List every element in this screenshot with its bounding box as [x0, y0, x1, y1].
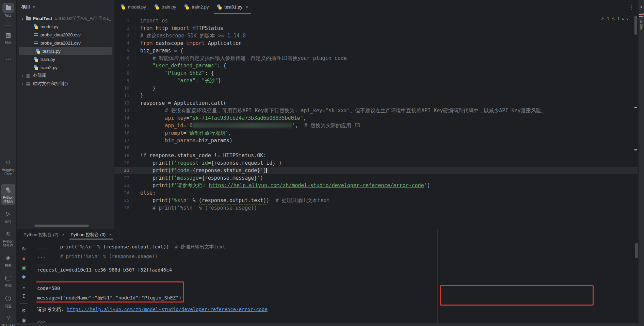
chevron-down-icon[interactable]: ∨	[33, 5, 35, 9]
editor-gutter[interactable]: 1234567891011121314151617181920212223242…	[114, 17, 134, 212]
python-console-label: Python 控制台	[3, 196, 13, 204]
sidebar-item-problems[interactable]: 问题	[0, 293, 16, 308]
python-glyph	[33, 24, 38, 29]
line-number: 16	[114, 129, 134, 137]
console-tab-Python 控制台 (2)[interactable]: Python 控制台 (2)×	[22, 229, 66, 240]
line-number: 24	[114, 189, 134, 197]
code-text: (response.output.text)	[199, 197, 267, 203]
sidebar-item-more-tools[interactable]: ⋯	[0, 54, 16, 64]
python-console-window: Python 控制台 (2)×Python 控制台 (3)× ↻■▣✱»↧⚙◉ …	[17, 229, 638, 323]
sidebar-item-services[interactable]: ◈服务	[0, 252, 16, 267]
open-console-icon[interactable]: ▣	[19, 265, 28, 271]
code-text: : {	[217, 63, 226, 69]
tree-item-FinalTest[interactable]: ∨FinalTestE:\Hdisk\学习\06_AI学习\01_	[17, 14, 114, 22]
sidebar-item-run[interactable]: ▷运行	[0, 209, 16, 224]
version-control-label: 版本控制	[1, 324, 15, 326]
code-text: # print('%s\n' % (response.usage))	[152, 205, 257, 211]
close-icon[interactable]: ×	[62, 232, 65, 237]
code-text: api_key	[165, 115, 186, 121]
tree-item-train.py[interactable]: train.py	[17, 55, 114, 63]
python-packages-label: Python 软件包	[3, 240, 13, 248]
horizontal-scrollbar[interactable]	[34, 225, 89, 227]
tree-item-model.py[interactable]: model.py	[17, 22, 114, 31]
python-glyph	[33, 65, 38, 70]
rerun-icon[interactable]: ↻	[19, 246, 28, 252]
tree-item-probe_data2021.csv[interactable]: probe_data2021.csv	[17, 39, 114, 47]
csv-glyph	[34, 41, 38, 45]
scratch-glyph: ▤	[26, 81, 30, 86]
link[interactable]: https://help.aliyun.com/zh/model-studio/…	[67, 307, 268, 312]
editor-scrollbar[interactable]	[634, 15, 638, 227]
scroll-to-end-icon[interactable]: ↧	[19, 293, 28, 300]
code-text	[140, 55, 152, 61]
project-panel-header[interactable]: 项目 ∨	[17, 0, 114, 14]
sidebar-item-structure[interactable]: ▦结构	[0, 30, 16, 45]
close-icon[interactable]: ×	[109, 232, 112, 237]
show-variables-icon[interactable]: ◉	[19, 317, 28, 323]
tree-item-probe_data2020.csv[interactable]: probe_data2020.csv	[17, 31, 114, 39]
settings-icon[interactable]: ⚙	[19, 307, 28, 314]
code-text: {response.status_code}	[193, 167, 260, 174]
tab-train.py[interactable]: train.py	[150, 0, 180, 14]
code-text: dashscope	[152, 40, 186, 46]
variables-panel[interactable]: ›HTTPStatus={EnumMeta: 62}<enum 'HTTPSta…	[442, 241, 636, 323]
tree-item-label: 临时文件和控制台	[33, 81, 68, 87]
console-line: 请参考文档: https://help.aliyun.com/zh/model-…	[37, 306, 268, 313]
project-panel-title: 项目	[21, 4, 30, 10]
console-output[interactable]: ... print('%s\n' % (response.output.text…	[36, 240, 437, 323]
code-text: # 智能体应用的自定义插件输入参数传递，自定义的插件ID替换your_plugi…	[152, 55, 347, 61]
console-tab-Python 控制台 (3)[interactable]: Python 控制台 (3)×	[69, 229, 113, 240]
close-icon[interactable]: ×	[245, 4, 248, 10]
problems-glyph	[5, 296, 11, 301]
sidebar-item-version-control[interactable]: ⑂版本控制	[0, 313, 16, 326]
code-line: if response.status_code != HTTPStatus.OK…	[140, 152, 633, 159]
sidebar-item-hugging-face[interactable]: ☺Hugging Face	[0, 157, 16, 176]
right-item-ai-assistant[interactable]: ✦	[640, 5, 643, 10]
terminal-icon	[2, 273, 14, 283]
execute-selection-icon[interactable]: »	[19, 284, 28, 290]
tree-item-train2.py[interactable]: train2.py	[17, 63, 114, 71]
stop-icon[interactable]: ■	[19, 255, 28, 262]
tab-train2.py[interactable]: train2.py	[180, 0, 213, 14]
warning-stripe[interactable]	[634, 149, 637, 150]
variables-scrollbar[interactable]	[635, 243, 638, 258]
code-text: ,	[295, 123, 304, 129]
code-text: # 处理只输出文本text	[275, 197, 329, 203]
chevron-icon[interactable]: ›	[20, 74, 25, 78]
tree-item-外部库[interactable]: ›▥外部库	[17, 71, 114, 80]
chevron-icon[interactable]: ∨	[20, 17, 25, 20]
tree-item-test01.py[interactable]: test01.py	[19, 47, 112, 55]
scrollbar-thumb[interactable]	[634, 16, 637, 35]
tree-item-label: FinalTest	[33, 16, 52, 21]
console-line: >>>	[37, 318, 46, 323]
code-text	[140, 108, 165, 114]
right-item-database[interactable]: 数 据 库	[639, 14, 643, 30]
line-number: 11	[114, 92, 134, 99]
code-text: print(	[140, 160, 171, 166]
right-toolbar: ✦数 据 库	[638, 0, 644, 326]
warning-stripe[interactable]	[634, 107, 637, 108]
chevron-icon[interactable]: ›	[20, 82, 25, 86]
line-number: 12	[114, 99, 134, 107]
tree-item-临时文件和控制台[interactable]: ›▤临时文件和控制台	[17, 80, 114, 88]
code-text: '%s	[77, 244, 86, 249]
editor-area: model.pytrain.pytrain2.pytest01.py× ⋮ ⚠1…	[114, 0, 638, 229]
sidebar-item-python-console[interactable]: Python 控制台	[1, 184, 15, 205]
code-text: message={"nodeName":"插件1","nodeId":"Plug…	[37, 295, 181, 300]
code-text: : {	[205, 70, 214, 76]
link[interactable]: https://help.aliyun.com/zh/model-studio/…	[209, 182, 424, 189]
code-area[interactable]: import osfrom http import HTTPStatus# 建议…	[140, 17, 633, 212]
tab-label: test01.py	[224, 4, 242, 10]
sidebar-item-project[interactable]: 项目	[0, 3, 16, 18]
line-number: 3	[114, 32, 134, 39]
sidebar-item-python-packages[interactable]: ≋Python 软件包	[0, 229, 16, 248]
more-icon[interactable]: ⋮	[628, 3, 634, 11]
attach-debugger-icon[interactable]: ✱	[19, 274, 28, 281]
tab-test01.py[interactable]: test01.py×	[213, 0, 252, 14]
code-text: import	[171, 25, 189, 31]
code-text: "sk-714fac939cb24a73b3ad6b08835bd01e"	[190, 115, 303, 121]
sidebar-item-terminal[interactable]: 终端	[0, 273, 16, 288]
project-label: 项目	[5, 14, 12, 18]
tab-model.py[interactable]: model.py	[116, 0, 150, 14]
code-line: # 智能体应用的自定义插件输入参数传递，自定义的插件ID替换your_plugi…	[140, 54, 633, 62]
